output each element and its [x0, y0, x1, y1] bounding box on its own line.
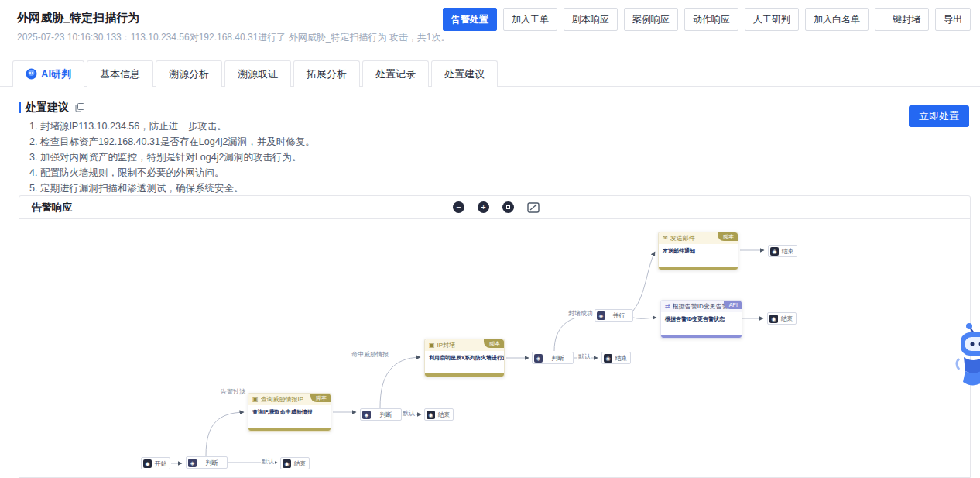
zoom-in-icon[interactable]: + [478, 201, 489, 213]
edge-label-default: 默认 [261, 457, 275, 466]
end-icon: ◉ [769, 315, 778, 323]
flow-card-send-mail[interactable]: ✉ 发送邮件 脚本 发送邮件通知 [658, 232, 738, 270]
alert-summary: 2025-07-23 10:16:30.133：113.10.234.56对19… [17, 31, 450, 44]
judge-icon: ◈ [188, 459, 197, 467]
section-accent-bar [19, 102, 21, 113]
suggestion-section-title: 处置建议 [19, 101, 84, 115]
flow-node-judge[interactable]: ◈ 判断 [360, 408, 402, 421]
edge-label-default: 默认 [402, 409, 416, 418]
tab-basic-info[interactable]: 基本信息 [87, 60, 153, 87]
edge-label-default: 默认 [577, 352, 591, 361]
flow-card-ip-block[interactable]: ▣ IP封堵 脚本 利用启明星辰x系列防火墙进行源IP封堵 [424, 339, 505, 377]
component-icon: ▣ [252, 397, 259, 403]
flow-node-end[interactable]: ◉ 结束 [767, 312, 797, 325]
tab-trace-evidence[interactable]: 溯源取证 [224, 60, 291, 87]
mascot-robot[interactable] [954, 322, 980, 390]
tab-trace-analysis[interactable]: 溯源分析 [156, 60, 222, 87]
judge-icon: ◈ [362, 411, 371, 419]
flow-card-query-intel[interactable]: ▣ 查询威胁情报IP 脚本 查询IP,获取命中威胁情报 [248, 393, 331, 432]
api-icon: ⇄ [665, 304, 670, 310]
node-type-tag: 脚本 [718, 232, 738, 241]
suggestion-item: 1. 封堵源IP113.10.234.56，防止进一步攻击。 [29, 119, 315, 134]
alert-detail-page: 外网威胁_特定扫描行为 2025-07-23 10:16:30.133：113.… [0, 0, 980, 478]
flow-node-end[interactable]: ◉ 结束 [424, 408, 454, 421]
flow-node-end[interactable]: ◉ 结束 [768, 245, 797, 257]
alert-response-header: 告警响应 − + [19, 196, 970, 219]
end-icon: ◉ [604, 354, 612, 363]
flow-node-end[interactable]: ◉ 结束 [601, 352, 631, 364]
node-type-tag: API [724, 301, 742, 309]
header-actions: 告警处置 加入工单 剧本响应 案例响应 动作响应 人工研判 加入白名单 一键封堵… [443, 8, 971, 31]
flow-node-end[interactable]: ◉ 结束 [280, 457, 310, 469]
page-title: 外网威胁_特定扫描行为 [17, 11, 139, 26]
card-accent-bar [659, 267, 738, 270]
flow-node-parallel[interactable]: ◈ 并行 [595, 309, 633, 322]
judge-icon: ◈ [534, 354, 543, 363]
card-accent-bar [661, 335, 742, 338]
flow-card-update-alert-status[interactable]: ⇄ 根据告警ID变更告警状态 API 根据告警ID变更告警状态 [660, 300, 742, 339]
alert-dispose-button[interactable]: 告警处置 [443, 8, 497, 31]
add-whitelist-button[interactable]: 加入白名单 [805, 8, 869, 31]
tab-dispose-record[interactable]: 处置记录 [362, 60, 429, 87]
start-icon: ◉ [143, 459, 152, 468]
alert-response-panel: 告警响应 − + [19, 195, 971, 478]
end-icon: ◉ [283, 459, 291, 468]
suggestion-item: 5. 定期进行漏洞扫描和渗透测试，确保系统安全。 [29, 181, 315, 196]
node-type-tag: 脚本 [484, 339, 504, 348]
edge-label-block-success: 封堵成功 [567, 309, 594, 318]
export-button[interactable]: 导出 [935, 8, 971, 31]
alert-response-title: 告警响应 [32, 201, 72, 215]
zoom-out-icon[interactable]: − [453, 201, 464, 213]
flow-node-judge[interactable]: ◈ 判断 [186, 456, 228, 469]
suggestion-item: 2. 检查目标资产192.168.40.31是否存在Log4j2漏洞，并及时修复… [29, 134, 315, 150]
manual-judge-button[interactable]: 人工研判 [745, 8, 799, 31]
add-ticket-button[interactable]: 加入工单 [503, 8, 557, 31]
tab-ai-judgement[interactable]: AI研判 [12, 60, 84, 87]
ai-robot-icon [26, 68, 37, 80]
suggestion-item: 3. 加强对内网资产的监控，特别是针对Log4j2漏洞的攻击行为。 [29, 150, 315, 165]
mail-icon: ✉ [663, 236, 668, 242]
dispose-now-button[interactable]: 立即处置 [909, 105, 969, 127]
end-icon: ◉ [770, 247, 779, 256]
node-type-tag: 脚本 [310, 394, 331, 402]
suggestion-list: 1. 封堵源IP113.10.234.56，防止进一步攻击。 2. 检查目标资产… [29, 119, 315, 196]
flow-node-start[interactable]: ◉ 开始 [141, 457, 170, 469]
parallel-icon: ◈ [597, 311, 605, 320]
edge-label-hit-intel: 命中威胁情报 [351, 350, 389, 359]
tab-bar: AI研判 基本信息 溯源分析 溯源取证 拓展分析 处置记录 处置建议 [0, 60, 980, 87]
case-response-button[interactable]: 案例响应 [624, 8, 678, 31]
action-response-button[interactable]: 动作响应 [684, 8, 738, 31]
card-accent-bar [248, 428, 331, 431]
flow-node-judge[interactable]: ◈ 判断 [532, 352, 574, 364]
tab-extend-analysis[interactable]: 拓展分析 [293, 60, 360, 87]
tab-dispose-suggestion[interactable]: 处置建议 [431, 60, 498, 87]
suggestion-item: 4. 配置防火墙规则，限制不必要的外网访问。 [29, 165, 315, 181]
minimap-icon[interactable] [527, 202, 540, 213]
playbook-response-button[interactable]: 剧本响应 [564, 8, 618, 31]
component-icon: ▣ [429, 342, 435, 349]
end-icon: ◉ [427, 411, 435, 419]
card-accent-bar [425, 373, 504, 377]
one-click-block-button[interactable]: 一键封堵 [875, 8, 929, 31]
edge-label-alert-filter: 告警过滤 [220, 387, 246, 396]
canvas-controls: − + [453, 201, 540, 213]
copy-icon[interactable] [75, 103, 84, 112]
fit-screen-icon[interactable] [502, 201, 514, 213]
